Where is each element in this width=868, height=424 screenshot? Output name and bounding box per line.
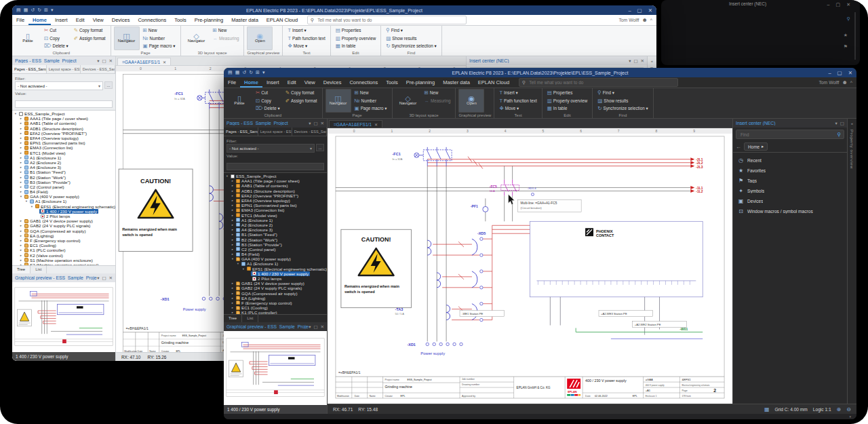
tree-item[interactable]: ▸ F (Emergency stop control) xyxy=(224,301,327,305)
collapse-icon[interactable]: « xyxy=(851,121,853,126)
quick-access-icon[interactable]: ↻ xyxy=(37,5,41,15)
tree-item[interactable]: ▸ B2 (Station "Work") xyxy=(12,174,115,179)
panel-dropdown-icon[interactable]: ▾ xyxy=(309,121,311,126)
filter-dropdown[interactable]: - Not activated -▾ xyxy=(226,144,315,153)
ribbon-button[interactable]: ▨Show results xyxy=(384,35,438,43)
tree-item[interactable]: ▸ B1 (Station "Feed") xyxy=(12,170,115,174)
ribbon-button[interactable]: ✂Cut xyxy=(42,26,71,35)
ribbon-tab[interactable]: Edit xyxy=(72,15,89,25)
ribbon-button[interactable]: TPath function text xyxy=(285,35,327,43)
tree-item[interactable]: ▸ EC1 (Cooling) xyxy=(224,305,327,310)
ribbon-button[interactable]: ↻Synchronize selection ▾ xyxy=(595,104,650,113)
tree-item[interactable]: ▸ C2 (Control panel) xyxy=(12,185,115,189)
ribbon-button[interactable]: ▥Property overview xyxy=(545,97,590,105)
ribbon-button[interactable]: ▨Show results xyxy=(595,97,650,105)
ribbon-button[interactable]: ◉Open xyxy=(458,89,484,113)
panel-float-icon[interactable]: ▢ xyxy=(633,58,637,64)
list-tab[interactable]: List xyxy=(31,266,47,273)
command-search-input[interactable] xyxy=(316,17,463,23)
tree-item[interactable]: ▸ EPN1 (Summarized parts list) xyxy=(12,140,115,145)
back-arrow-icon[interactable]: ← xyxy=(736,144,741,150)
ribbon-button[interactable]: ↔Measuring xyxy=(211,35,241,43)
ribbon-button[interactable]: ⊞New xyxy=(353,89,389,97)
ribbon-tab[interactable]: Home xyxy=(240,77,262,88)
grid-icon[interactable]: ▦ xyxy=(764,406,770,412)
filter-dropdown[interactable]: - Not activated -▾ xyxy=(15,81,103,90)
grid-setting[interactable]: Grid C: 4.00 mm xyxy=(774,407,807,412)
close-button[interactable]: ✕ xyxy=(846,2,850,7)
logic-scale[interactable]: Logic 1:1 xyxy=(813,407,831,412)
scrollbar[interactable] xyxy=(854,12,856,60)
ribbon-button[interactable]: ⊡Copy xyxy=(42,35,71,43)
dock-tab[interactable]: Layout space - ESS_Sa... xyxy=(258,128,292,136)
quick-access-icon[interactable]: ↺ xyxy=(242,68,246,77)
ribbon-button[interactable]: ✐Assign format xyxy=(72,35,108,43)
tree-item[interactable]: ▾ A1 (Enclosure 1) xyxy=(12,199,115,204)
maximize-button[interactable]: ▢ xyxy=(836,2,841,7)
tree-item[interactable]: ▸ B2 (Station "Work") xyxy=(224,237,327,242)
tree-tab[interactable]: Tree xyxy=(12,266,31,273)
ribbon-button[interactable]: ✎Copy format xyxy=(72,26,108,35)
preview-thumbnail[interactable] xyxy=(12,282,115,352)
ribbon-button[interactable]: ▯Paste xyxy=(226,89,252,113)
tree-item[interactable]: ▸ A2 (Enclosure 2) xyxy=(12,160,115,165)
panel-close-icon[interactable]: ✕ xyxy=(321,324,324,330)
tree-item[interactable]: 1 400 / 230 V power supply xyxy=(12,209,115,214)
close-button[interactable]: ✕ xyxy=(848,70,852,76)
tree-item[interactable]: ▸ ADB1 (Structure description) xyxy=(12,126,115,131)
quick-access-icon[interactable]: ▤ xyxy=(228,68,233,77)
close-button[interactable]: ✕ xyxy=(648,7,652,14)
ribbon-button[interactable]: ▦In table xyxy=(334,42,378,50)
ribbon-button[interactable]: ◇Navigator xyxy=(395,89,421,113)
tree-item[interactable]: ▸ EFA2 (Overview "PROFINET") xyxy=(224,193,327,198)
ribbon-button[interactable]: ◫Navigator xyxy=(114,26,140,50)
dock-tab[interactable]: Pages - ESS_Sample_P... xyxy=(12,65,47,73)
ribbon-tab[interactable]: Connections xyxy=(134,15,170,25)
tree-item[interactable]: ▸ EFA4 (Overview topology) xyxy=(12,136,115,140)
tree-item[interactable]: ▸ EMA3 (Connection list) xyxy=(224,208,327,212)
ribbon-button[interactable]: ⚲Find ▾ xyxy=(384,26,438,35)
ribbon-tab[interactable]: Home xyxy=(28,15,51,25)
panel-dropdown-icon[interactable]: ▾ xyxy=(97,58,99,64)
chevron-down-icon[interactable]: ▾ xyxy=(849,415,851,419)
insert-center-search-input[interactable] xyxy=(739,132,837,138)
insert-center-item[interactable]: ◷ Recent xyxy=(734,155,846,166)
tab-close-icon[interactable]: ✕ xyxy=(374,122,378,127)
tree-item[interactable]: 2 Pilot lamps xyxy=(224,276,327,281)
tree-item[interactable]: ▸ AAB1 (Table of contents) xyxy=(12,121,115,126)
quick-access-icon[interactable]: ▾ xyxy=(51,5,54,15)
tree-item[interactable]: ▸ EA (Lighting) xyxy=(12,233,115,238)
ribbon-button[interactable]: ✥Move ▾ xyxy=(285,42,327,50)
ribbon-button[interactable]: ⊡Copy xyxy=(254,97,282,105)
quick-access-icon[interactable]: ↻ xyxy=(249,68,253,77)
quick-access-icon[interactable]: ▦ xyxy=(235,68,240,77)
ribbon-button[interactable]: ✐Assign format xyxy=(283,97,319,105)
tree-tab[interactable]: Tree xyxy=(224,315,242,322)
tree-item[interactable]: ▸ EPN1 (Summarized parts list) xyxy=(224,203,327,208)
ribbon-button[interactable]: №Number xyxy=(353,97,389,105)
quick-access-icon[interactable]: ▾ xyxy=(262,68,265,77)
command-search[interactable]: ⚲ xyxy=(307,16,467,24)
ribbon-button[interactable]: ⚲Find ▾ xyxy=(595,89,650,97)
tree-item[interactable]: ▾ EFS1 (Electrical engineering schematic… xyxy=(12,204,115,209)
quick-access-icon[interactable]: ▤ xyxy=(16,5,21,15)
ribbon-button[interactable]: ▤Properties xyxy=(545,89,590,97)
tree-item[interactable]: ▸ GAB1 (24 V device power supply) xyxy=(224,281,327,286)
panel-dropdown-icon[interactable]: ▾ xyxy=(835,121,837,126)
tree-item[interactable]: ▸ GQA (Compressed air supply) xyxy=(224,291,327,296)
ribbon-button[interactable]: ▣Page macro ▾ xyxy=(141,42,178,50)
ribbon-button[interactable]: ▣Page macro ▾ xyxy=(353,104,389,113)
zoom-in-icon[interactable]: ⊕ xyxy=(837,406,842,412)
tree-item[interactable]: ▸ ETC1 (Model view) xyxy=(12,151,115,155)
ribbon-button[interactable]: ⊞New xyxy=(211,26,241,35)
ribbon-button[interactable]: ◫Navigator xyxy=(326,89,351,113)
ribbon-tab[interactable]: Insert xyxy=(51,15,72,25)
quick-access-icon[interactable]: ▦ xyxy=(24,5,28,15)
panel-dropdown-icon[interactable]: ▾ xyxy=(97,275,99,281)
tree-item[interactable]: ▸ C2 (Control panel) xyxy=(224,247,327,252)
panel-float-icon[interactable]: ▢ xyxy=(313,121,317,126)
ribbon-button[interactable]: ⌦Delete ▾ xyxy=(42,42,71,50)
dock-tab[interactable]: Layout space - ESS_Sa... xyxy=(47,65,81,73)
tree-item[interactable]: ▾ GAA (400 V power supply) xyxy=(12,194,115,199)
tree-item[interactable]: ▸ A4 (Enclosure 3) xyxy=(12,165,115,170)
